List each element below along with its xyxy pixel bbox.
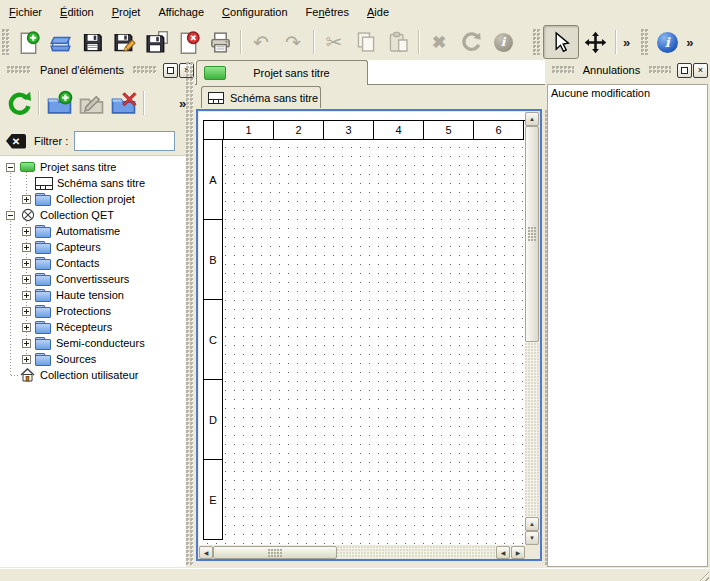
expand-box-icon[interactable] (22, 195, 31, 204)
rotate-icon (460, 31, 482, 53)
vertical-scroll-thumb[interactable] (525, 126, 539, 342)
float-panel-button[interactable] (677, 63, 692, 78)
elements-panel-title: Panel d'éléments (36, 64, 128, 76)
frame-header-corner (203, 120, 224, 140)
about-button[interactable]: i (651, 26, 683, 58)
undo-list-item[interactable]: Aucune modification (551, 87, 704, 99)
menu-fenetres[interactable]: Fenêtres (297, 3, 358, 21)
expand-box-icon[interactable] (22, 323, 31, 332)
tree-item-convertisseurs[interactable]: Convertisseurs (0, 271, 186, 287)
horizontal-scroll-thumb[interactable] (213, 546, 337, 559)
folder-icon (35, 273, 52, 286)
expand-box-icon[interactable] (22, 355, 31, 364)
expand-box-icon[interactable] (22, 275, 31, 284)
select-mode-button[interactable] (543, 25, 579, 59)
undo-panel-titlebar[interactable]: Annulations × (547, 62, 708, 78)
elements-tree[interactable]: Projet sans titre Schéma sans titre Coll… (0, 155, 186, 567)
delete-icon: ✖ (432, 34, 446, 51)
tab-projet-sans-titre[interactable]: Projet sans titre (196, 60, 368, 85)
toolbar-drag-handle[interactable] (2, 29, 10, 55)
copy-icon (355, 31, 377, 53)
tab-schema-sans-titre[interactable]: Schéma sans titre (201, 86, 321, 108)
frame-row-label: A (203, 139, 223, 220)
vertical-scrollbar[interactable]: ▲ ▲ ▼ (525, 112, 539, 545)
frame-column-label: 2 (273, 120, 324, 140)
expand-box-icon[interactable] (22, 259, 31, 268)
tree-item-haute-tension[interactable]: Haute tension (0, 287, 186, 303)
toolbar-separator (313, 30, 314, 54)
save-all-button[interactable] (140, 26, 172, 58)
toolbar-overflow-button[interactable]: » (620, 35, 633, 50)
print-button[interactable] (204, 26, 236, 58)
close-panel-button[interactable]: × (693, 63, 708, 78)
diagram-canvas[interactable]: 1 2 3 4 5 6 A B C D E (199, 112, 527, 545)
menu-projet[interactable]: Projet (103, 3, 150, 21)
new-category-button[interactable] (43, 87, 75, 119)
frame-row-label: D (203, 379, 223, 460)
close-document-button[interactable] (172, 26, 204, 58)
menu-fichier[interactable]: Fichier (0, 3, 51, 21)
scroll-down-button[interactable]: ▼ (525, 531, 539, 545)
project-tab-bar: Projet sans titre (195, 60, 545, 85)
scroll-right-button[interactable]: ▶ (511, 546, 525, 559)
scroll-up-button[interactable]: ▲ (525, 112, 539, 126)
expand-box-icon[interactable] (22, 291, 31, 300)
clear-filter-icon[interactable]: ✕ (6, 134, 26, 149)
undo-panel-title: Annulations (579, 64, 645, 76)
folder-icon (35, 321, 52, 334)
collapse-box-icon[interactable] (6, 211, 15, 220)
paste-icon (387, 31, 409, 53)
save-as-button[interactable] (108, 26, 140, 58)
tree-item-contacts[interactable]: Contacts (0, 255, 186, 271)
elements-panel-titlebar[interactable]: Panel d'éléments × (2, 62, 194, 78)
collapse-box-icon[interactable] (6, 163, 15, 172)
delete-category-button[interactable] (107, 87, 139, 119)
tree-item-semi-conducteurs[interactable]: Semi-conducteurs (0, 335, 186, 351)
scroll-left-button[interactable]: ◀ (496, 546, 510, 559)
menu-aide[interactable]: Aide (358, 3, 398, 21)
folder-icon (35, 193, 52, 206)
titlebar-texture (133, 66, 157, 74)
left-dock-splitter[interactable] (186, 62, 193, 566)
tree-item-collection-utilisateur[interactable]: Collection utilisateur (0, 367, 186, 383)
toolbar-drag-handle[interactable] (641, 29, 649, 55)
tree-item-protections[interactable]: Protections (0, 303, 186, 319)
expand-box-icon[interactable] (22, 307, 31, 316)
float-panel-button[interactable] (163, 63, 178, 78)
new-document-button[interactable] (12, 26, 44, 58)
menu-edition[interactable]: Édition (51, 3, 103, 21)
status-bar (0, 568, 710, 581)
tree-item-recepteurs[interactable]: Récepteurs (0, 319, 186, 335)
menu-affichage[interactable]: Affichage (149, 3, 213, 21)
tree-item-automatisme[interactable]: Automatisme (0, 223, 186, 239)
reload-collections-button[interactable] (2, 87, 34, 119)
resize-grip-icon[interactable] (697, 569, 709, 581)
frame-column-label: 6 (473, 120, 524, 140)
horizontal-scrollbar[interactable]: ◀ ◀ ▶ (199, 546, 527, 559)
tree-item-sources[interactable]: Sources (0, 351, 186, 367)
undo-history-list[interactable]: Aucune modification (547, 84, 708, 567)
tree-item-schema-sans-titre[interactable]: Schéma sans titre (0, 175, 186, 191)
toolbar-separator (38, 91, 39, 115)
save-as-icon (113, 31, 136, 54)
project-window: Schéma sans titre 1 2 3 4 5 6 A B C D E (195, 85, 545, 567)
filter-row: ✕ Filtrer : (0, 128, 195, 154)
toolbar-drag-handle[interactable] (533, 29, 541, 55)
tree-item-collection-projet[interactable]: Collection projet (0, 191, 186, 207)
save-icon (81, 31, 104, 54)
toolbar-overflow-button[interactable]: » (683, 35, 696, 50)
expand-box-icon[interactable] (22, 243, 31, 252)
scroll-left-button[interactable]: ◀ (199, 546, 213, 559)
open-document-button[interactable] (44, 26, 76, 58)
expand-box-icon[interactable] (22, 339, 31, 348)
scroll-up-button[interactable]: ▲ (525, 517, 539, 531)
tree-item-capteurs[interactable]: Capteurs (0, 239, 186, 255)
edit-category-icon (78, 90, 105, 117)
tree-item-projet-sans-titre[interactable]: Projet sans titre (0, 159, 186, 175)
pan-mode-button[interactable] (579, 26, 611, 58)
filter-input[interactable] (74, 131, 175, 151)
menu-configuration[interactable]: Configuration (213, 3, 296, 21)
save-button[interactable] (76, 26, 108, 58)
expand-box-icon[interactable] (22, 227, 31, 236)
tree-item-collection-qet[interactable]: Collection QET (0, 207, 186, 223)
